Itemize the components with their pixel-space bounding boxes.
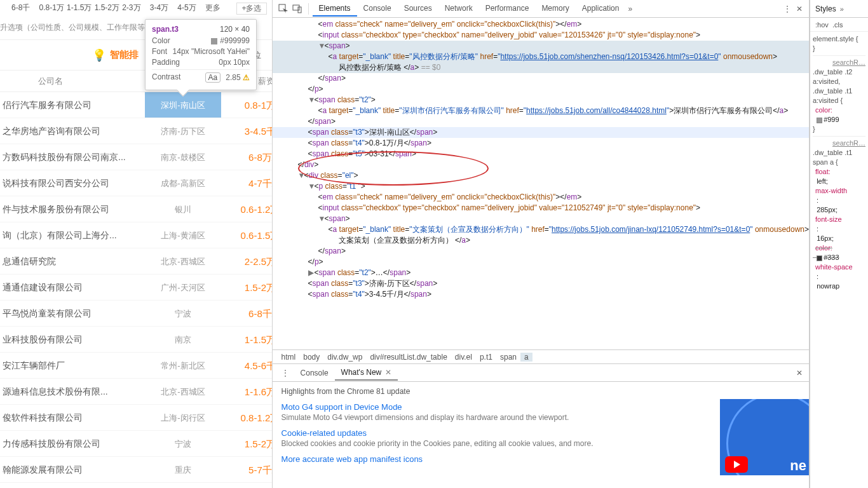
- salary-cell: 1.5-2万/月: [221, 274, 273, 300]
- salary-cell: 1-1.6万/月: [221, 379, 273, 404]
- range-opt[interactable]: 6-8千: [11, 3, 39, 15]
- company-cell[interactable]: 息通信研究院: [0, 248, 145, 274]
- elements-dom-tree[interactable]: <em class="check" name="delivery_em" onc…: [273, 18, 809, 349]
- company-cell[interactable]: 询（北京）有限公司上海分...: [0, 222, 145, 248]
- salary-cell: 0.8-1.2万/月: [221, 405, 273, 430]
- breadcrumb-item[interactable]: span: [496, 353, 520, 362]
- breadcrumb-item[interactable]: p.t1: [476, 353, 496, 362]
- tooltip-color-label: Color: [152, 36, 170, 45]
- styles-tab[interactable]: Styles: [815, 4, 836, 13]
- city-cell: 银川: [145, 196, 221, 222]
- range-opt[interactable]: 0.8-1万: [39, 3, 67, 15]
- company-cell[interactable]: 翰能源发展有限公司: [0, 457, 145, 482]
- close-tab-icon[interactable]: ✕: [385, 368, 391, 377]
- salary-cell: 5-7千/月: [221, 457, 273, 482]
- city-cell: 北京-西城区: [145, 248, 221, 274]
- salary-cell: 3-4.5千/月: [221, 118, 273, 144]
- whatsnew-link[interactable]: More accurate web app manifest icons: [281, 454, 423, 464]
- range-opt[interactable]: 3-4万: [150, 3, 178, 15]
- salary-cell: 0.6-1.2万/月: [221, 196, 273, 222]
- table-row[interactable]: 方数码科技股份有限公司南京...南京-鼓楼区6-8万/年03-31: [0, 144, 272, 170]
- drawer-tab-whatsnew[interactable]: What's New✕: [335, 365, 398, 381]
- tab-memory[interactable]: Memory: [535, 1, 575, 17]
- company-cell[interactable]: 力传感科技股份有限公司: [0, 431, 145, 456]
- tab-sources[interactable]: Sources: [398, 1, 438, 17]
- breadcrumb-item[interactable]: div#resultList.dw_table: [366, 353, 451, 362]
- dom-node-t3[interactable]: <span class="t3">深圳-南山区</span>: [273, 127, 809, 138]
- inspect-element-icon[interactable]: [276, 2, 290, 16]
- company-cell[interactable]: 平鸟悦尚童装有限公司: [0, 301, 145, 326]
- color-swatch-icon: [211, 38, 217, 44]
- style-rules[interactable]: element.style { } searchR… .dw_table .t2…: [810, 32, 868, 488]
- tab-network[interactable]: Network: [438, 1, 479, 17]
- devtools-main: ElementsConsoleSourcesNetworkPerformance…: [273, 0, 810, 488]
- city-cell: 广州-天河区: [145, 274, 221, 300]
- breadcrumb-item[interactable]: div.el: [451, 353, 476, 362]
- range-opt[interactable]: 4-5万: [177, 3, 205, 15]
- table-row[interactable]: 之华房地产咨询有限公司济南-历下区3-4.5千/月03-31: [0, 118, 272, 144]
- whatsnew-link[interactable]: Cookie-related updates: [281, 428, 367, 438]
- devtools-tabs: ElementsConsoleSourcesNetworkPerformance…: [313, 1, 626, 17]
- company-cell[interactable]: 源迪科信息技术股份有限...: [0, 379, 145, 404]
- drawer-menu-icon[interactable]: ⋮: [276, 369, 294, 377]
- table-row[interactable]: 翰能源发展有限公司重庆5-7千/月03-31: [0, 457, 272, 483]
- company-cell[interactable]: 俊软件科技有限公司: [0, 405, 145, 430]
- table-row[interactable]: 业科技股份有限公司南京1-1.5万/月03-31: [0, 327, 272, 353]
- table-row[interactable]: 源迪科信息技术股份有限...北京-西城区1-1.6万/月03-31: [0, 379, 272, 405]
- styles-overflow-icon[interactable]: »: [840, 5, 844, 13]
- hov-toggle[interactable]: :hov: [815, 21, 829, 29]
- city-cell: 上海-闵行区: [145, 405, 221, 430]
- table-row[interactable]: 询（北京）有限公司上海分...上海-黄浦区0.6-1.5万/月03-31: [0, 222, 272, 248]
- inspect-tooltip: span.t3 120 × 40 Color#999999 Font14px "…: [145, 19, 257, 90]
- company-cell[interactable]: 之华房地产咨询有限公司: [0, 118, 145, 144]
- play-icon[interactable]: [725, 456, 748, 473]
- drawer-tab-console[interactable]: Console: [294, 366, 335, 380]
- smart-sort-label[interactable]: 智能排: [110, 49, 139, 61]
- table-row[interactable]: 安江车辆部件厂常州-新北区4.5-6千/月03-31: [0, 353, 272, 379]
- settings-icon[interactable]: ⋮: [781, 4, 794, 13]
- company-cell[interactable]: 件与技术服务股份有限公司: [0, 196, 145, 222]
- company-cell[interactable]: 侣行汽车服务有限公司: [0, 92, 145, 118]
- tooltip-selector: span.t3: [152, 25, 179, 34]
- city-cell: 北京-西城区: [145, 379, 221, 404]
- breadcrumb-item[interactable]: div.dw_wp: [323, 353, 366, 362]
- city-cell: 宁波: [145, 301, 221, 326]
- close-drawer-icon[interactable]: ✕: [790, 369, 809, 377]
- table-row[interactable]: 力传感科技股份有限公司宁波1.5-2万/月03-31: [0, 431, 272, 457]
- tabs-overflow-icon[interactable]: »: [628, 4, 632, 13]
- company-cell[interactable]: 方数码科技股份有限公司南京...: [0, 144, 145, 170]
- city-cell: 成都-高新区: [145, 170, 221, 196]
- table-row[interactable]: 侣行汽车服务有限公司深圳-南山区0.8-1万/月03-31: [0, 92, 272, 118]
- device-toggle-icon[interactable]: [290, 2, 304, 16]
- tab-elements[interactable]: Elements: [313, 1, 357, 17]
- close-devtools-icon[interactable]: ✕: [794, 4, 805, 13]
- salary-cell: 6-8万/年: [221, 144, 273, 170]
- filter-more[interactable]: 更多: [205, 3, 233, 15]
- breadcrumb-item[interactable]: html: [278, 353, 300, 362]
- table-row[interactable]: 说科技有限公司西安分公司成都-高新区4-7千/月03-31: [0, 170, 272, 196]
- tab-performance[interactable]: Performance: [479, 1, 536, 17]
- table-row[interactable]: 平鸟悦尚童装有限公司宁波6-8千/月03-31: [0, 301, 272, 327]
- table-row[interactable]: 通通信建设有限公司广州-天河区1.5-2万/月03-31: [0, 274, 272, 301]
- table-row[interactable]: 件与技术服务股份有限公司银川0.6-1.2万/月03-31: [0, 196, 272, 222]
- breadcrumb-item[interactable]: body: [299, 353, 323, 362]
- tab-application[interactable]: Application: [576, 1, 626, 17]
- cls-toggle[interactable]: .cls: [832, 21, 843, 29]
- whatsnew-link[interactable]: Moto G4 support in Device Mode: [281, 402, 402, 412]
- city-cell: 重庆: [145, 457, 221, 482]
- color-swatch-icon[interactable]: [817, 255, 822, 261]
- color-swatch-icon[interactable]: [817, 118, 822, 123]
- tab-console[interactable]: Console: [357, 1, 398, 17]
- table-row[interactable]: 俊软件科技有限公司上海-闵行区0.8-1.2万/月03-31: [0, 405, 272, 431]
- range-opt[interactable]: 2-3万: [122, 3, 150, 15]
- range-opt[interactable]: 1-1.5万: [67, 3, 95, 15]
- range-opt[interactable]: 1.5-2万: [95, 3, 123, 15]
- breadcrumb-item[interactable]: a: [520, 353, 532, 362]
- warning-icon: ⚠: [243, 73, 250, 82]
- table-row[interactable]: 息通信研究院北京-西城区2-2.5万/月03-31: [0, 248, 272, 274]
- company-cell[interactable]: 安江车辆部件厂: [0, 353, 145, 378]
- filter-multi[interactable]: +多选: [236, 3, 266, 15]
- company-cell[interactable]: 业科技股份有限公司: [0, 327, 145, 352]
- company-cell[interactable]: 通通信建设有限公司: [0, 274, 145, 300]
- company-cell[interactable]: 说科技有限公司西安分公司: [0, 170, 145, 196]
